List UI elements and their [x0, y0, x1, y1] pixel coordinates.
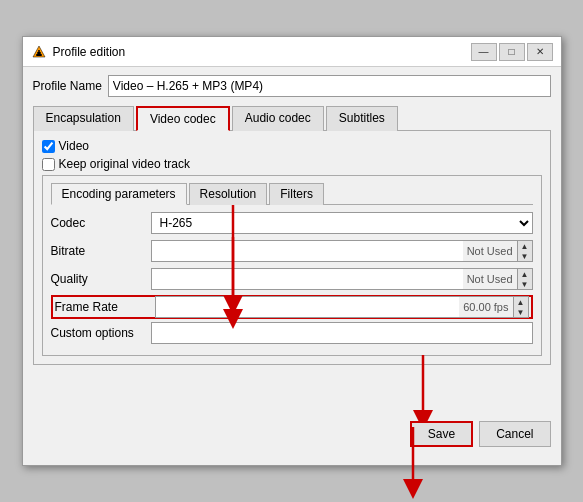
frame-rate-input[interactable] [155, 296, 460, 318]
video-checkbox-row: Video [42, 139, 542, 153]
tab-encapsulation[interactable]: Encapsulation [33, 106, 134, 131]
bitrate-up-btn[interactable]: ▲ [518, 241, 532, 251]
video-checkbox-label: Video [59, 139, 89, 153]
quality-input-group: Not Used ▲ ▼ [151, 268, 533, 290]
quality-row: Quality Not Used ▲ ▼ [51, 267, 533, 291]
custom-options-label: Custom options [51, 326, 151, 340]
quality-suffix: Not Used [463, 268, 518, 290]
tab-content: Video Keep original video track Encoding… [33, 131, 551, 365]
bitrate-label: Bitrate [51, 244, 151, 258]
svg-rect-2 [37, 52, 41, 54]
quality-label: Quality [51, 272, 151, 286]
keep-original-label: Keep original video track [59, 157, 190, 171]
svg-rect-1 [36, 54, 42, 56]
app-icon [31, 44, 47, 60]
button-row: Save Cancel [410, 415, 551, 451]
bitrate-suffix: Not Used [463, 240, 518, 262]
cancel-button[interactable]: Cancel [479, 421, 550, 447]
codec-select[interactable]: H-265 H-264 MPEG-4 VP9 [151, 212, 533, 234]
window-controls: — □ ✕ [471, 43, 553, 61]
bitrate-spinner: ▲ ▼ [518, 240, 533, 262]
main-window: Profile edition — □ ✕ Profile Name Encap… [22, 36, 562, 466]
window-content: Profile Name Encapsulation Video codec A… [23, 67, 561, 465]
frame-rate-down-btn[interactable]: ▼ [514, 307, 528, 317]
save-button[interactable]: Save [410, 421, 473, 447]
frame-rate-spinner: ▲ ▼ [514, 296, 529, 318]
frame-rate-row: Frame Rate 60.00 fps ▲ ▼ [51, 295, 533, 319]
bottom-area: Save Cancel [33, 365, 551, 455]
bitrate-row: Bitrate Not Used ▲ ▼ [51, 239, 533, 263]
inner-tab-resolution[interactable]: Resolution [189, 183, 268, 205]
inner-tab-encoding[interactable]: Encoding parameters [51, 183, 187, 205]
codec-row: Codec H-265 H-264 MPEG-4 VP9 [51, 211, 533, 235]
tab-subtitles[interactable]: Subtitles [326, 106, 398, 131]
close-button[interactable]: ✕ [527, 43, 553, 61]
window-title: Profile edition [53, 45, 471, 59]
maximize-button[interactable]: □ [499, 43, 525, 61]
profile-name-row: Profile Name [33, 75, 551, 97]
main-tabs: Encapsulation Video codec Audio codec Su… [33, 105, 551, 131]
frame-rate-suffix: 60.00 fps [459, 296, 513, 318]
video-checkbox[interactable] [42, 140, 55, 153]
bitrate-input[interactable] [151, 240, 463, 262]
quality-input[interactable] [151, 268, 463, 290]
profile-name-input[interactable] [108, 75, 551, 97]
keep-original-checkbox[interactable] [42, 158, 55, 171]
quality-spinner: ▲ ▼ [518, 268, 533, 290]
encoding-group: Encoding parameters Resolution Filters C… [42, 175, 542, 356]
bitrate-down-btn[interactable]: ▼ [518, 251, 532, 261]
tab-video-codec[interactable]: Video codec [136, 106, 230, 131]
bitrate-input-group: Not Used ▲ ▼ [151, 240, 533, 262]
keep-original-row: Keep original video track [42, 157, 542, 171]
inner-tab-filters[interactable]: Filters [269, 183, 324, 205]
frame-rate-up-btn[interactable]: ▲ [514, 297, 528, 307]
titlebar: Profile edition — □ ✕ [23, 37, 561, 67]
profile-name-label: Profile Name [33, 79, 102, 93]
inner-tabs: Encoding parameters Resolution Filters [51, 182, 533, 205]
custom-options-input[interactable] [151, 322, 533, 344]
custom-options-row: Custom options [51, 321, 533, 345]
tab-audio-codec[interactable]: Audio codec [232, 106, 324, 131]
codec-label: Codec [51, 216, 151, 230]
minimize-button[interactable]: — [471, 43, 497, 61]
frame-rate-input-group: 60.00 fps ▲ ▼ [155, 296, 529, 318]
frame-rate-label: Frame Rate [55, 300, 155, 314]
quality-down-btn[interactable]: ▼ [518, 279, 532, 289]
quality-up-btn[interactable]: ▲ [518, 269, 532, 279]
svg-rect-3 [38, 50, 40, 52]
